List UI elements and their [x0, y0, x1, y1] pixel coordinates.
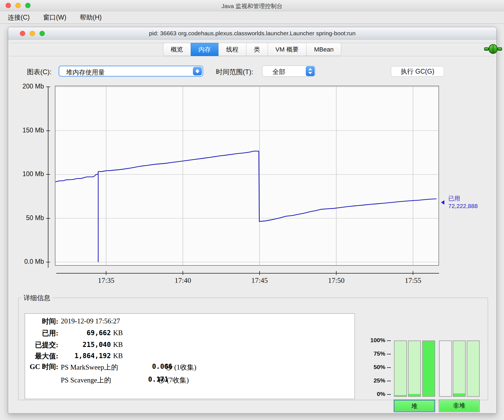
x-tick-label: 17:40	[169, 276, 197, 285]
gauge-tick-label: 50% --	[354, 364, 391, 370]
y-tick-label: 0.0 Mb	[13, 258, 44, 265]
x-tick	[259, 271, 260, 275]
x-axis-line	[56, 273, 439, 274]
x-tick-label: 17:55	[399, 276, 427, 285]
app-title: Java 监视和管理控制台	[0, 2, 504, 10]
nonheap-bar-1	[439, 340, 452, 397]
x-tick-label: 17:50	[322, 276, 350, 285]
nonheap-bar-3	[467, 340, 480, 397]
y-axis-line	[48, 87, 48, 268]
gauge-tick-label: 25% --	[354, 377, 391, 384]
outer-titlebar: Java 监视和管理控制台	[0, 0, 504, 11]
detail-value: KB	[113, 352, 123, 360]
chart-select[interactable]: 堆内存使用量	[59, 66, 203, 77]
menu-item-1[interactable]: 连接(C)	[5, 12, 32, 23]
x-tick	[413, 271, 413, 275]
range-select[interactable]: 全部	[262, 66, 315, 77]
gauge-fill	[423, 341, 435, 396]
detail-value: 秒 (1收集)	[165, 363, 196, 372]
menu-item-2[interactable]: 窗口(W)	[40, 12, 69, 23]
heap-usage-chart	[55, 86, 439, 266]
heap-bar-3	[422, 340, 435, 397]
heap-button[interactable]: 堆	[394, 400, 435, 412]
perform-gc-button[interactable]: 执行 GC(G)	[391, 66, 444, 77]
nonheap-button[interactable]: 非堆	[439, 400, 480, 412]
detail-value: PS MarkSweep上的	[61, 363, 118, 372]
heap-usage-line-chart	[55, 86, 438, 265]
detail-value: 1,864,192	[61, 352, 111, 360]
x-tick	[106, 271, 106, 275]
tab-strip-bottom-line	[10, 56, 495, 56]
connected-plug-icon[interactable]	[484, 43, 502, 55]
nonheap-bar-2	[453, 340, 466, 397]
heap-bar-1	[394, 340, 407, 397]
chart-select-value: 堆内存使用量	[66, 68, 105, 77]
menu-bar: 连接(C)窗口(W)帮助(H)	[0, 11, 504, 24]
connection-title: pid: 36663 org.codehaus.plexus.classworl…	[8, 30, 496, 37]
detail-label: 时间:	[25, 317, 58, 326]
gauge-tick-label: 0% --	[354, 391, 391, 397]
detail-row: 时间:2019-12-09 17:56:27	[25, 317, 354, 328]
y-tick-label: 100 Mb	[13, 170, 44, 178]
y-tick	[46, 218, 50, 219]
tab-MBean[interactable]: MBean	[306, 43, 342, 56]
gauge-tick-label: 75% --	[354, 350, 391, 357]
y-tick	[46, 262, 50, 262]
x-tick-label: 17:45	[246, 276, 274, 285]
detail-label: GC 时间:	[25, 362, 58, 371]
tab-概览[interactable]: 概览	[163, 43, 191, 56]
details-title: 详细信息	[21, 293, 53, 302]
gauge-tick-label: 100% --	[354, 337, 391, 344]
jconsole-app: Java 监视和管理控制台 连接(C)窗口(W)帮助(H) pid: 36663…	[0, 0, 504, 420]
range-select-stepper-icon[interactable]	[306, 66, 315, 76]
detail-value: 2019-12-09 17:56:27	[61, 317, 120, 325]
menu-item-3[interactable]: 帮助(H)	[77, 12, 104, 23]
detail-row: 最大值:1,864,192 KB	[25, 351, 354, 363]
y-tick-label: 50 Mb	[13, 214, 44, 222]
connection-window: pid: 36663 org.codehaus.plexus.classworl…	[8, 27, 497, 414]
inner-titlebar: pid: 36663 org.codehaus.plexus.classworl…	[8, 27, 496, 39]
gauge-fill	[395, 395, 406, 396]
detail-row: 已用:69,662 KB	[25, 328, 354, 340]
x-tick	[183, 271, 183, 275]
y-tick	[46, 130, 50, 131]
detail-label: 已用:	[25, 328, 58, 338]
details-panel: 时间:2019-12-09 17:56:27已用:69,662 KB已提交:21…	[25, 313, 355, 399]
detail-label: 最大值:	[25, 351, 58, 361]
tab-bar: 概览内存线程类VM 概要MBean	[8, 43, 496, 56]
chart-select-label: 图表(C):	[27, 67, 52, 76]
details-groupbox: 详细信息 时间:2019-12-09 17:56:27已用:69,662 KB已…	[18, 298, 488, 400]
used-heap-series-line	[55, 151, 437, 262]
tab-线程[interactable]: 线程	[218, 43, 246, 56]
annotation-label: 已用	[448, 195, 460, 202]
detail-value: 0.171	[148, 375, 155, 383]
range-select-label: 时间范围(T):	[216, 67, 253, 76]
annotation-arrow-icon	[441, 200, 444, 205]
detail-row: GC 时间:PS MarkSweep上的0.066秒 (1收集)	[25, 362, 354, 373]
detail-value: KB	[113, 329, 123, 337]
y-tick	[46, 174, 50, 175]
range-select-value: 全部	[272, 67, 285, 76]
heap-bar-2	[408, 340, 421, 397]
gauge-fill	[409, 394, 420, 396]
tab-类[interactable]: 类	[246, 43, 268, 56]
y-tick	[46, 87, 50, 87]
detail-row: 已提交:215,040 KB	[25, 340, 354, 351]
tab-VM 概要[interactable]: VM 概要	[268, 43, 307, 56]
x-tick-label: 17:35	[92, 276, 120, 285]
detail-value: 69,662	[61, 329, 111, 337]
tab-内存[interactable]: 内存	[191, 43, 219, 56]
detail-row: PS Scavenge上的0.171秒 (7收集)	[25, 375, 354, 386]
detail-value: 215,040	[61, 341, 111, 349]
detail-value: 0.066	[152, 363, 163, 370]
chart-select-stepper-icon[interactable]	[193, 67, 202, 75]
annotation-value: 72,222,888	[448, 203, 478, 209]
gauge-fill	[453, 393, 465, 396]
y-tick-label: 150 Mb	[13, 127, 44, 134]
detail-label: 已提交:	[25, 340, 58, 349]
detail-value: KB	[113, 341, 123, 349]
detail-value: 秒 (7收集)	[158, 375, 189, 385]
detail-value: PS Scavenge上的	[61, 375, 111, 385]
y-tick-label: 200 Mb	[13, 83, 44, 90]
x-tick	[336, 271, 337, 275]
